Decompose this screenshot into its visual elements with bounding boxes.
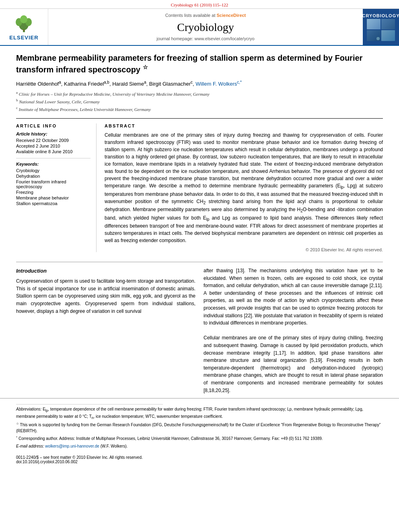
affil-a: a Clinic for Horses – Unit for Reproduct… — [16, 90, 383, 97]
affil-c-text: Institute of Multiphase Processes, Leibn… — [19, 107, 151, 112]
article-title-star: ☆ — [143, 64, 148, 70]
keyword-5: Membrane phase behavior — [16, 195, 90, 200]
elsevier-logo-area: ELSEVIER — [0, 9, 48, 45]
corresponding-footnote: * Corresponding author. Address: Institu… — [16, 435, 383, 442]
intro-title: Introduction — [16, 267, 195, 275]
elsevier-brand-text: ELSEVIER — [9, 35, 38, 41]
email-link[interactable]: wolkers@imp.uni-hannover.de — [45, 444, 99, 448]
article-content: Membrane permeability parameters for fre… — [0, 46, 399, 262]
doi-text: doi:10.1016/j.cryobiol.2010.06.002 — [16, 460, 78, 464]
star-footnote: ☆ This work is supported by funding from… — [16, 421, 383, 434]
page-wrapper: Cryobiology 61 (2010) 115–122 ELSEVIER — [0, 0, 399, 532]
accepted-date: Accepted 2 June 2010 — [16, 144, 90, 148]
body-columns: Introduction Cryopreservation of sperm i… — [0, 267, 399, 394]
footnotes-area: Abbreviations: Elp, temperature dependen… — [0, 398, 399, 453]
journal-homepage: journal homepage: www.elsevier.com/locat… — [156, 36, 254, 41]
elsevier-logo: ELSEVIER — [9, 13, 38, 41]
sciencedirect-prefix: Contents lists available at — [165, 13, 217, 18]
author-1: Harriëtte Oldenhofa — [16, 81, 61, 87]
abstract-col: ABSTRACT Cellular membranes are one of t… — [105, 123, 383, 252]
svg-point-5 — [23, 29, 25, 31]
abbreviations-footnote: Abbreviations: Elp, temperature dependen… — [16, 406, 383, 420]
author-3: Harald Siemea — [112, 81, 146, 87]
keyword-3: Fourier transform infrared spectroscopy — [16, 179, 90, 189]
available-date: Available online 8 June 2010 — [16, 149, 90, 154]
journal-ref: Cryobiology 61 (2010) 115–122 — [171, 2, 228, 7]
keyword-1: Cryobiology — [16, 168, 90, 173]
affil-b: b National Stud Lower Saxony, Celle, Ger… — [16, 98, 383, 105]
info-abstract-cols: ARTICLE INFO Article history: Received 2… — [16, 118, 383, 252]
author-2: Katharina Friedela,b — [64, 81, 109, 87]
keyword-6: Stallion spermatozoa — [16, 201, 90, 206]
body-left-col: Introduction Cryopreservation of sperm i… — [16, 267, 195, 394]
keyword-2: Dehydration — [16, 174, 90, 179]
article-title-text: Membrane permeability parameters for fre… — [16, 53, 362, 74]
affil-c: c Institute of Multiphase Processes, Lei… — [16, 105, 383, 113]
journal-ref-bar: Cryobiology 61 (2010) 115–122 — [0, 0, 399, 9]
abstract-text: Cellular membranes are one of the primar… — [105, 131, 383, 244]
affil-b-text: National Stud Lower Saxony, Celle, Germa… — [19, 99, 100, 104]
section-divider — [16, 262, 383, 262]
article-info-col: ARTICLE INFO Article history: Received 2… — [16, 123, 97, 252]
cryo-img-1 — [367, 19, 380, 30]
issn-line: 0011-2240/$ – see front matter © 2010 El… — [16, 455, 383, 460]
keyword-4: Freezing — [16, 190, 90, 195]
cryo-img-2 — [381, 19, 395, 30]
bottom-info: 0011-2240/$ – see front matter © 2010 El… — [0, 453, 399, 468]
authors-line: Harriëtte Oldenhofa, Katharina Friedela,… — [16, 80, 383, 87]
cryo-img-3 — [367, 30, 380, 41]
intro-right-text-1: after thawing [13]. The mechanisms under… — [204, 267, 383, 327]
body-right-col: after thawing [13]. The mechanisms under… — [204, 267, 383, 394]
intro-left-text: Cryopreservation of sperm is used to fac… — [16, 277, 195, 315]
keywords-divider — [16, 158, 90, 158]
author-4: Birgit Glasmacherc — [149, 81, 193, 87]
author-5[interactable]: Willem F. Wolkersc,* — [195, 81, 242, 87]
abstract-header: ABSTRACT — [105, 123, 383, 128]
cryo-image-grid — [367, 19, 395, 41]
svg-point-4 — [20, 15, 27, 23]
article-title: Membrane permeability parameters for fre… — [16, 52, 383, 75]
journal-center-header: Contents lists available at ScienceDirec… — [48, 9, 363, 45]
received-date: Received 22 October 2009 — [16, 138, 90, 143]
journal-title: Cryobiology — [177, 21, 234, 34]
copyright-line: © 2010 Elsevier Inc. All rights reserved… — [105, 247, 383, 252]
affil-a-text: Clinic for Horses – Unit for Reproductiv… — [19, 92, 210, 97]
cryo-brand-text: CRYOBIOLOGY — [362, 13, 399, 18]
doi-line: doi:10.1016/j.cryobiol.2010.06.002 — [16, 460, 383, 464]
history-label: Article history: — [16, 131, 90, 136]
keywords-label: Keywords: — [16, 162, 90, 166]
homepage-prefix: journal homepage: www.elsevier.com/locat… — [156, 36, 254, 41]
cryo-logo: CRYOBIOLOGY — [362, 13, 399, 41]
cryobiology-logo-area: CRYOBIOLOGY — [363, 9, 399, 45]
abbreviations-label: Abbreviations: — [16, 407, 41, 411]
cryo-img-4 — [381, 30, 395, 41]
journal-header: ELSEVIER Contents lists available at Sci… — [0, 9, 399, 46]
email-suffix: (W.F. Wolkers). — [101, 444, 128, 448]
article-info-header: ARTICLE INFO — [16, 123, 90, 128]
sciencedirect-link[interactable]: ScienceDirect — [217, 13, 246, 18]
affiliations: a Clinic for Horses – Unit for Reproduct… — [16, 90, 383, 113]
sciencedirect-line: Contents lists available at ScienceDirec… — [165, 13, 246, 18]
footnote-divider — [16, 404, 163, 405]
email-footnote: E-mail address: wolkers@imp.uni-hannover… — [16, 443, 383, 449]
elsevier-tree-icon — [13, 13, 35, 33]
intro-right-text-2: Cellular membranes are one of the primar… — [204, 334, 383, 394]
